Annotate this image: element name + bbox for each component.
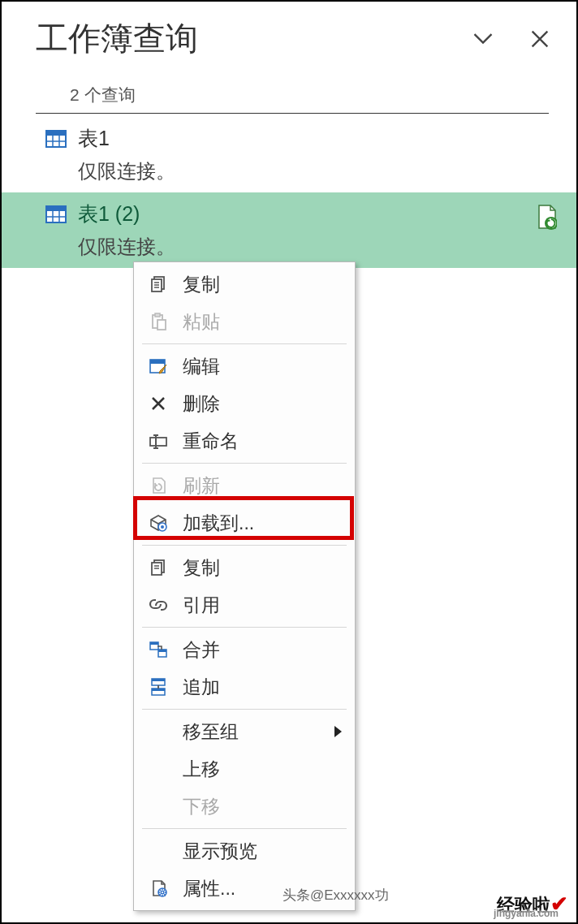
svg-rect-38 — [152, 689, 165, 691]
menu-label: 加载到... — [183, 511, 342, 536]
menu-separator — [142, 627, 347, 628]
query-item-selected[interactable]: 表1 (2) 仅限连接。 — [2, 192, 576, 268]
query-item[interactable]: 表1 仅限连接。 — [2, 117, 576, 192]
menu-label: 复制 — [183, 272, 342, 297]
properties-icon — [147, 877, 170, 900]
svg-rect-17 — [155, 313, 160, 317]
menu-label: 编辑 — [183, 354, 342, 379]
menu-label: 复制 — [183, 555, 342, 581]
menu-append[interactable]: 追加 — [134, 668, 355, 706]
context-menu: 复制 粘贴 编辑 删除 重命名 刷新 加载到... 复制 引用 合并 追加 — [133, 261, 356, 911]
menu-move-up[interactable]: 上移 — [134, 750, 355, 788]
watermark-url: jingyanla.com — [494, 908, 559, 919]
menu-duplicate[interactable]: 复制 — [134, 549, 355, 586]
append-icon — [147, 676, 170, 698]
menu-label: 下移 — [183, 794, 342, 819]
menu-paste: 粘贴 — [134, 303, 355, 340]
svg-rect-18 — [157, 320, 166, 330]
svg-rect-6 — [46, 206, 66, 211]
reference-icon — [147, 594, 170, 616]
query-list: 表1 仅限连接。 表1 (2) 仅限连接。 — [2, 117, 576, 268]
menu-rename[interactable]: 重命名 — [134, 422, 355, 460]
menu-separator — [142, 709, 347, 710]
query-row: 表1 — [45, 125, 552, 152]
query-name: 表1 (2) — [78, 201, 140, 227]
close-icon — [528, 28, 551, 50]
svg-rect-34 — [158, 650, 166, 652]
table-icon — [45, 130, 67, 148]
blank-icon — [147, 795, 170, 818]
load-to-icon — [147, 512, 170, 534]
submenu-arrow-icon — [334, 726, 342, 737]
query-status: 仅限连接。 — [45, 234, 552, 260]
rename-icon — [147, 430, 170, 452]
blank-icon — [147, 720, 170, 743]
menu-edit[interactable]: 编辑 — [134, 348, 355, 385]
menu-label: 显示预览 — [183, 839, 342, 864]
pane-header: 工作簿查询 — [2, 2, 576, 76]
page-refresh-icon — [536, 204, 557, 233]
merge-icon — [147, 638, 170, 661]
author-tag: 头条@Exxxxxx功 — [283, 886, 389, 905]
pane-title: 工作簿查询 — [36, 16, 198, 61]
menu-label: 删除 — [183, 391, 342, 417]
pane-controls — [471, 27, 552, 51]
paste-icon — [147, 310, 170, 333]
menu-reference[interactable]: 引用 — [134, 586, 355, 624]
copy-icon — [147, 273, 170, 296]
watermark: 经验啦✔ jingyanla.com — [497, 892, 568, 918]
menu-label: 追加 — [183, 675, 342, 700]
menu-label: 重命名 — [183, 429, 342, 454]
menu-delete[interactable]: 删除 — [134, 385, 355, 422]
svg-rect-1 — [46, 131, 66, 136]
svg-rect-32 — [150, 642, 158, 645]
menu-move-to-group[interactable]: 移至组 — [134, 713, 355, 750]
svg-rect-20 — [150, 360, 165, 364]
svg-rect-21 — [150, 438, 166, 446]
menu-label: 粘贴 — [183, 309, 342, 335]
svg-point-26 — [161, 525, 164, 529]
menu-copy[interactable]: 复制 — [134, 266, 355, 303]
menu-move-down: 下移 — [134, 788, 355, 825]
table-icon — [45, 205, 67, 223]
collapse-button[interactable] — [471, 27, 495, 51]
menu-separator — [142, 343, 347, 344]
menu-merge[interactable]: 合并 — [134, 631, 355, 668]
menu-label: 引用 — [183, 593, 342, 618]
menu-load-to[interactable]: 加载到... — [134, 504, 355, 542]
blank-icon — [147, 758, 170, 780]
close-button[interactable] — [528, 27, 552, 51]
menu-separator — [142, 545, 347, 546]
query-name: 表1 — [78, 125, 110, 152]
menu-label: 移至组 — [183, 719, 321, 745]
refresh-icon — [147, 474, 170, 497]
blank-icon — [147, 840, 170, 862]
query-row: 表1 (2) — [45, 201, 552, 227]
query-count-label: 2 个查询 — [36, 76, 549, 114]
duplicate-icon — [147, 556, 170, 579]
query-status: 仅限连接。 — [45, 158, 552, 184]
menu-show-preview[interactable]: 显示预览 — [134, 832, 355, 870]
menu-separator — [142, 828, 347, 829]
menu-label: 上移 — [183, 757, 342, 782]
menu-label: 刷新 — [183, 473, 342, 499]
menu-label: 合并 — [183, 637, 342, 663]
menu-separator — [142, 463, 347, 464]
delete-icon — [147, 392, 170, 415]
edit-icon — [147, 355, 170, 378]
chevron-down-icon — [472, 28, 494, 50]
menu-refresh: 刷新 — [134, 467, 355, 504]
svg-rect-36 — [152, 679, 165, 681]
